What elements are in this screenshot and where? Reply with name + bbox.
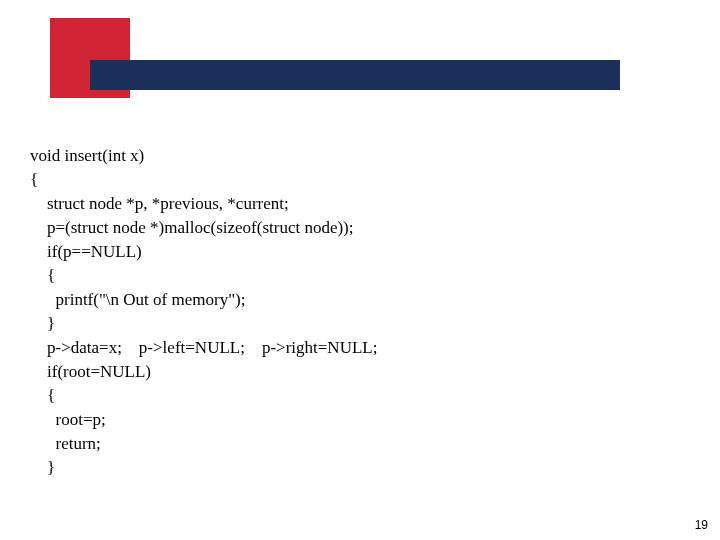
slide: void insert(int x) { struct node *p, *pr… bbox=[0, 0, 720, 540]
code-line: p->data=x; p->left=NULL; p->right=NULL; bbox=[30, 336, 670, 360]
code-line: printf("\n Out of memory"); bbox=[30, 288, 670, 312]
code-line: if(root=NULL) bbox=[30, 360, 670, 384]
code-line: void insert(int x) bbox=[30, 144, 670, 168]
code-line: { bbox=[30, 168, 670, 192]
code-line: { bbox=[30, 384, 670, 408]
code-line: } bbox=[30, 312, 670, 336]
code-line: p=(struct node *)malloc(sizeof(struct no… bbox=[30, 216, 670, 240]
code-line: if(p==NULL) bbox=[30, 240, 670, 264]
code-line: { bbox=[30, 264, 670, 288]
navy-title-bar bbox=[90, 60, 620, 90]
code-line: return; bbox=[30, 432, 670, 456]
code-line: root=p; bbox=[30, 408, 670, 432]
code-block: void insert(int x) { struct node *p, *pr… bbox=[30, 144, 670, 480]
page-number: 19 bbox=[695, 518, 708, 532]
code-line: struct node *p, *previous, *current; bbox=[30, 192, 670, 216]
code-line: } bbox=[30, 456, 670, 480]
